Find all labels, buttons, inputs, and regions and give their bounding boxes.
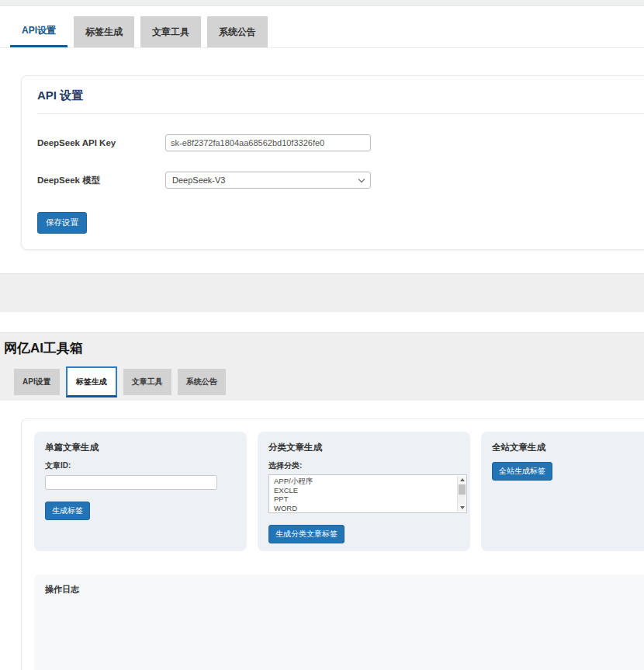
scroll-down-icon[interactable] (458, 504, 466, 512)
generation-cards-row: 单篇文章生成 文章ID: 生成标签 分类文章生成 选择分类: APP/小程序 E… (34, 432, 644, 551)
generate-category-tags-button[interactable]: 生成分类文章标签 (268, 525, 345, 543)
model-row: DeepSeek 模型 DeepSeek-V3 (37, 172, 644, 189)
toolbox-title: 网亿AI工具箱 (0, 333, 644, 357)
category-article-title: 分类文章生成 (268, 442, 459, 453)
toolbox-tab-api-settings[interactable]: API设置 (14, 369, 60, 395)
scroll-up-icon[interactable] (458, 476, 466, 484)
site-article-card: 全站文章生成 全站生成标签 (481, 432, 644, 551)
category-options: APP/小程序 EXCLE PPT WORD (269, 475, 466, 512)
api-settings-panel: API 设置 DeepSeek API Key DeepSeek 模型 Deep… (21, 75, 644, 250)
generate-site-tags-button[interactable]: 全站生成标签 (492, 462, 552, 481)
category-option-ppt[interactable]: PPT (274, 495, 466, 504)
scrollbar-thumb[interactable] (459, 484, 466, 495)
listbox-scrollbar[interactable] (457, 476, 466, 512)
single-article-title: 单篇文章生成 (45, 442, 236, 453)
toolbox-tab-article-tools[interactable]: 文章工具 (123, 369, 171, 395)
model-select-value: DeepSeek-V3 (172, 175, 226, 185)
article-id-label: 文章ID: (45, 460, 236, 471)
tag-generation-panel: 单篇文章生成 文章ID: 生成标签 分类文章生成 选择分类: APP/小程序 E… (21, 418, 644, 670)
generate-tags-button[interactable]: 生成标签 (45, 502, 90, 520)
toolbox-tab-system-announcement[interactable]: 系统公告 (178, 369, 226, 395)
model-select[interactable]: DeepSeek-V3 (165, 172, 371, 189)
operation-log-title: 操作日志 (45, 584, 644, 595)
category-option-word[interactable]: WORD (274, 504, 466, 513)
tab-tag-generation[interactable]: 标签生成 (74, 16, 134, 47)
white-gap (0, 312, 644, 332)
save-settings-button[interactable]: 保存设置 (37, 212, 87, 234)
single-article-card: 单篇文章生成 文章ID: 生成标签 (34, 432, 247, 551)
category-option-app[interactable]: APP/小程序 (274, 477, 466, 486)
tab-system-announcement[interactable]: 系统公告 (207, 16, 268, 47)
chevron-down-icon (358, 175, 365, 182)
toolbox-tab-bar: API设置 标签生成 文章工具 系统公告 (0, 366, 644, 397)
tab-api-settings[interactable]: API设置 (10, 16, 68, 47)
category-listbox[interactable]: APP/小程序 EXCLE PPT WORD (268, 474, 467, 513)
tab-article-tools[interactable]: 文章工具 (140, 16, 201, 47)
page: API设置 标签生成 文章工具 系统公告 API 设置 DeepSeek API… (0, 0, 644, 670)
api-settings-title: API 设置 (37, 89, 644, 114)
settings-tab-bar: API设置 标签生成 文章工具 系统公告 (0, 16, 644, 48)
article-id-input[interactable] (45, 475, 217, 490)
site-article-title: 全站文章生成 (492, 442, 644, 453)
model-label: DeepSeek 模型 (37, 175, 165, 186)
api-key-row: DeepSeek API Key (37, 134, 644, 151)
separator-band (0, 273, 644, 312)
toolbox-body: 单篇文章生成 文章ID: 生成标签 分类文章生成 选择分类: APP/小程序 E… (0, 401, 644, 670)
operation-log-panel: 操作日志 (34, 575, 644, 670)
api-key-input[interactable] (165, 134, 371, 151)
api-key-label: DeepSeek API Key (37, 138, 165, 148)
toolbox-header: 网亿AI工具箱 API设置 标签生成 文章工具 系统公告 (0, 332, 644, 401)
top-gray-strip (0, 0, 644, 6)
category-option-excle[interactable]: EXCLE (274, 486, 466, 495)
toolbox-tab-tag-generation[interactable]: 标签生成 (66, 366, 117, 397)
category-article-card: 分类文章生成 选择分类: APP/小程序 EXCLE PPT WORD (258, 432, 470, 551)
select-category-label: 选择分类: (268, 460, 459, 471)
